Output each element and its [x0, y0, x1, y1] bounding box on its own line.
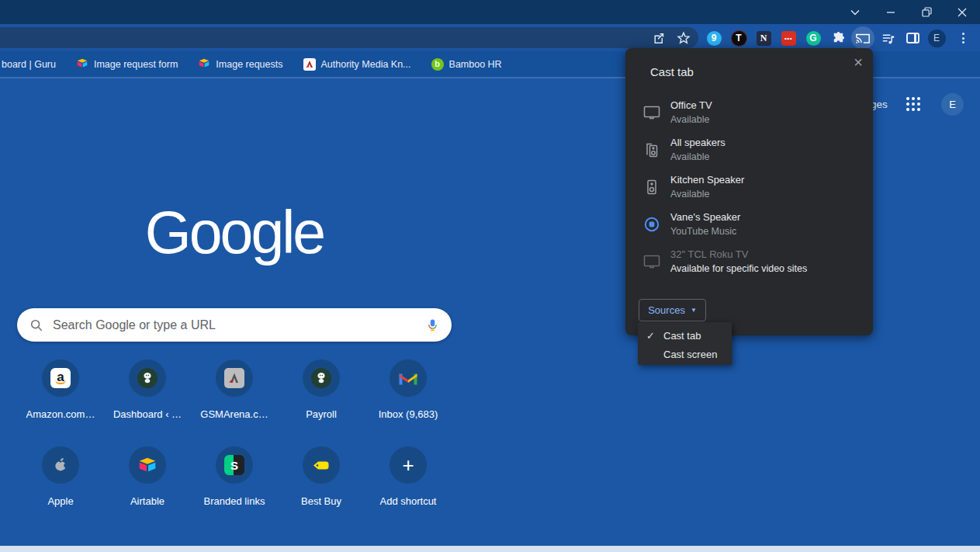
share-icon[interactable] — [646, 26, 670, 50]
bamboo-favicon: b — [431, 58, 444, 71]
device-status: Available — [670, 150, 725, 165]
device-name: Kitchen Speaker — [670, 172, 744, 187]
cast-device-vanes-speaker[interactable]: Vane's Speaker YouTube Music — [625, 206, 873, 243]
images-link-fragment[interactable]: ges — [871, 99, 888, 110]
check-icon: ✓ — [646, 330, 663, 342]
device-name: Office TV — [670, 98, 712, 113]
mascot-icon — [311, 368, 331, 388]
shortcut-label: Branded links — [204, 495, 265, 507]
shortcut-inbox[interactable]: Inbox (9,683) — [365, 359, 452, 446]
gsmarena-icon — [224, 368, 244, 388]
bookmark-label: Authority Media Kn... — [321, 59, 411, 70]
window-menu-chevron-icon[interactable] — [837, 0, 873, 24]
bottom-edge-strip — [0, 546, 980, 552]
kebab-menu-icon[interactable] — [951, 26, 975, 50]
shortio-icon: S — [224, 455, 244, 475]
browser-toolbar: 9 T N ••• G E — [0, 24, 980, 51]
shortcut-label: Inbox (9,683) — [379, 408, 438, 420]
account-avatar[interactable]: E — [941, 93, 964, 116]
shortcut-apple[interactable]: Apple — [17, 446, 104, 533]
shortcuts-grid: a Amazon.com… Dashboard ‹ … — [17, 359, 452, 533]
speaker-icon — [642, 178, 661, 196]
omnibox[interactable] — [0, 27, 698, 48]
casting-active-icon — [642, 215, 661, 234]
shortcut-dashboard[interactable]: Dashboard ‹ … — [104, 359, 191, 446]
extension-notion-icon[interactable]: N — [752, 26, 775, 50]
side-panel-icon[interactable] — [901, 26, 924, 50]
shortcut-add[interactable]: + Add shortcut — [365, 446, 452, 533]
bookmark-authority-media[interactable]: Authority Media Kn... — [303, 58, 411, 71]
tv-icon — [642, 252, 661, 271]
sources-label: Sources — [648, 304, 685, 316]
gmail-icon — [398, 370, 418, 387]
shortcut-label: Best Buy — [301, 495, 341, 507]
extension-t-icon[interactable]: T — [727, 26, 750, 50]
menu-item-cast-tab[interactable]: ✓ Cast tab — [638, 326, 732, 345]
mascot-icon — [137, 368, 158, 388]
cast-device-roku-tv: 32" TCL Roku TV Available for specific v… — [625, 243, 873, 280]
extension-grammarly-icon[interactable]: G — [802, 26, 825, 50]
device-name: 32" TCL Roku TV — [670, 247, 807, 262]
sources-button[interactable]: Sources ▼ — [639, 299, 706, 321]
google-logo: Google — [0, 198, 469, 267]
bookmark-label: Bamboo HR — [449, 59, 502, 70]
bookmark-image-request-form[interactable]: Image request form — [76, 57, 178, 71]
minimize-icon[interactable] — [873, 0, 909, 24]
shortcut-airtable[interactable]: Airtable — [104, 446, 191, 533]
shortcut-label: GSMArena.c… — [200, 408, 268, 420]
sources-menu: ✓ Cast tab Cast screen — [638, 322, 732, 365]
search-box[interactable] — [17, 308, 452, 342]
shortcut-branded-links[interactable]: S Branded links — [191, 446, 278, 533]
authority-favicon — [303, 58, 316, 71]
menu-item-label: Cast tab — [663, 330, 701, 342]
cast-device-all-speakers[interactable]: All speakers Available — [625, 131, 873, 168]
close-icon[interactable]: × — [854, 54, 863, 70]
tv-icon — [642, 103, 661, 122]
bestbuy-tag-icon — [311, 457, 331, 474]
toolbar-profile-avatar[interactable]: E — [925, 26, 948, 50]
airtable-favicon — [76, 57, 88, 71]
search-input[interactable] — [53, 318, 417, 332]
menu-item-cast-screen[interactable]: Cast screen — [638, 345, 732, 363]
airtable-icon — [137, 456, 158, 474]
apple-icon — [51, 456, 70, 474]
shortcut-label: Add shortcut — [380, 495, 437, 507]
bookmark-label: Image requests — [216, 59, 282, 70]
restore-icon[interactable] — [909, 0, 944, 24]
cast-device-kitchen-speaker[interactable]: Kitchen Speaker Available — [625, 168, 873, 206]
device-name: Vane's Speaker — [670, 210, 740, 224]
shortcut-label: Apple — [47, 495, 73, 507]
extension-lastpass-icon[interactable]: ••• — [777, 26, 800, 50]
shortcut-label: Airtable — [130, 495, 164, 507]
shortcut-payroll[interactable]: Payroll — [278, 359, 365, 446]
cast-dialog: Cast tab × Office TV Available — [625, 48, 873, 335]
shortcut-label: Dashboard ‹ … — [113, 408, 182, 420]
cast-dialog-title: Cast tab — [650, 65, 694, 78]
bookmark-image-requests[interactable]: Image requests — [198, 57, 282, 71]
device-status: Available — [670, 187, 744, 202]
shortcut-label: Amazon.com… — [26, 408, 95, 420]
bookmark-guru[interactable]: board | Guru — [2, 59, 56, 70]
cast-device-office-tv[interactable]: Office TV Available — [625, 94, 873, 131]
bookmark-bamboo-hr[interactable]: b Bamboo HR — [431, 58, 502, 71]
bookmark-label: Image request form — [94, 59, 178, 70]
menu-item-label: Cast screen — [663, 349, 717, 360]
device-status: YouTube Music — [670, 224, 740, 239]
airtable-favicon — [198, 57, 210, 71]
device-status: Available — [670, 113, 712, 127]
bookmark-label: board | Guru — [2, 59, 56, 70]
shortcut-amazon[interactable]: a Amazon.com… — [17, 359, 104, 446]
bookmark-star-icon[interactable] — [672, 26, 695, 50]
extensions-puzzle-icon[interactable] — [826, 26, 850, 50]
cast-icon[interactable] — [851, 26, 874, 50]
cast-device-list: Office TV Available All speakers Availab… — [625, 94, 873, 280]
music-queue-icon[interactable] — [876, 26, 899, 50]
shortcut-label: Payroll — [306, 408, 337, 420]
google-apps-grid-icon[interactable] — [906, 97, 922, 113]
extension-9-icon[interactable]: 9 — [702, 26, 725, 50]
close-window-icon[interactable] — [944, 0, 980, 24]
voice-search-icon[interactable] — [426, 316, 439, 335]
amazon-icon: a — [50, 368, 71, 388]
shortcut-gsmarena[interactable]: GSMArena.c… — [191, 359, 278, 446]
shortcut-best-buy[interactable]: Best Buy — [278, 446, 365, 533]
